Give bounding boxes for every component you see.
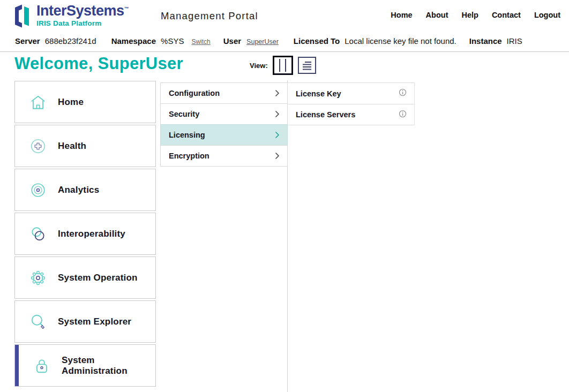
sidebar-item-label: Home <box>58 97 84 108</box>
user-profile-link[interactable]: SuperUser <box>246 38 279 46</box>
analytics-icon <box>29 181 47 199</box>
info-icon[interactable] <box>399 110 407 120</box>
sidebar-item-analytics[interactable]: Analytics <box>14 169 156 211</box>
lock-icon <box>33 357 51 375</box>
sidebar-item-home[interactable]: Home <box>14 81 156 123</box>
sidebar-item-label: Interoperability <box>58 229 125 239</box>
licensed-to-label: Licensed To <box>294 36 340 46</box>
view-switcher: View: <box>250 56 316 75</box>
server-label: Server <box>15 36 40 46</box>
app-header: InterSystems™ IRIS Data Platform Managem… <box>0 0 569 32</box>
nav-logout-link[interactable]: Logout <box>534 11 560 19</box>
brand-name: InterSystems™ <box>36 4 129 18</box>
submenu-item-security[interactable]: Security <box>160 103 288 125</box>
menu-item-license-servers[interactable]: License Servers <box>288 104 414 125</box>
sidebar-item-health[interactable]: Health <box>14 125 156 167</box>
sidebar-item-label: System Administration <box>62 355 155 376</box>
page-title: Management Portal <box>161 10 258 22</box>
user-label: User <box>223 36 241 46</box>
switch-namespace-link[interactable]: Switch <box>191 38 210 46</box>
home-icon <box>29 93 47 111</box>
gear-icon <box>29 269 47 287</box>
menu-item-license-key[interactable]: License Key <box>288 82 414 104</box>
instance-label: Instance <box>469 36 502 46</box>
list-icon <box>301 60 313 71</box>
header-divider <box>0 51 569 52</box>
nav-home-link[interactable]: Home <box>391 11 412 19</box>
nav-help-link[interactable]: Help <box>461 11 478 19</box>
interoperability-icon <box>29 225 47 243</box>
sidebar-item-system-operation[interactable]: System Operation <box>14 257 156 299</box>
sidebar-item-label: System Explorer <box>58 316 131 327</box>
intersystems-logo: InterSystems™ IRIS Data Platform <box>14 4 129 31</box>
top-nav: Home About Help Contact Logout <box>391 11 560 19</box>
nav-about-link[interactable]: About <box>426 11 448 19</box>
list-view-button[interactable] <box>298 57 316 74</box>
magnifier-icon <box>29 313 47 331</box>
sidebar-item-label: System Operation <box>58 273 138 283</box>
licensing-detail-menu: License Key License Servers <box>288 82 415 125</box>
active-indicator <box>15 345 19 386</box>
licensed-to-value: Local license key file not found. <box>345 36 456 46</box>
sidebar-item-system-explorer[interactable]: System Explorer <box>14 300 156 343</box>
sidebar-item-interoperability[interactable]: Interoperability <box>14 213 156 255</box>
submenu-item-configuration[interactable]: Configuration <box>160 82 288 104</box>
submenu-item-encryption[interactable]: Encryption <box>160 145 288 167</box>
view-label: View: <box>250 62 268 70</box>
sidebar-item-label: Health <box>58 141 86 152</box>
administration-submenu: Configuration Security Licensing Encrypt… <box>160 82 288 167</box>
columns-view-button[interactable] <box>273 56 293 75</box>
brand-subtitle: IRIS Data Platform <box>36 20 129 27</box>
sidebar-item-label: Analytics <box>58 185 99 195</box>
server-value: 688eb23f241d <box>45 36 96 46</box>
server-info-bar: Server 688eb23f241d Namespace %SYS Switc… <box>15 36 556 46</box>
columns-icon <box>279 59 280 72</box>
sidebar-item-system-administration[interactable]: System Administration <box>14 344 156 387</box>
info-icon[interactable] <box>399 88 407 99</box>
namespace-label: Namespace <box>111 36 156 46</box>
chevron-right-icon <box>275 89 280 97</box>
chevron-right-icon <box>275 110 280 118</box>
chevron-right-icon <box>275 131 280 139</box>
submenu-item-licensing[interactable]: Licensing <box>160 124 288 146</box>
welcome-heading: Welcome, SuperUser <box>14 54 183 73</box>
chevron-right-icon <box>275 152 280 160</box>
intersystems-logo-icon <box>14 4 32 31</box>
main-menu-sidebar: Home Health Analytics Interopera <box>14 81 156 387</box>
health-icon <box>29 137 47 155</box>
instance-value: IRIS <box>507 36 522 46</box>
namespace-value: %SYS <box>161 36 184 46</box>
nav-contact-link[interactable]: Contact <box>492 11 521 19</box>
